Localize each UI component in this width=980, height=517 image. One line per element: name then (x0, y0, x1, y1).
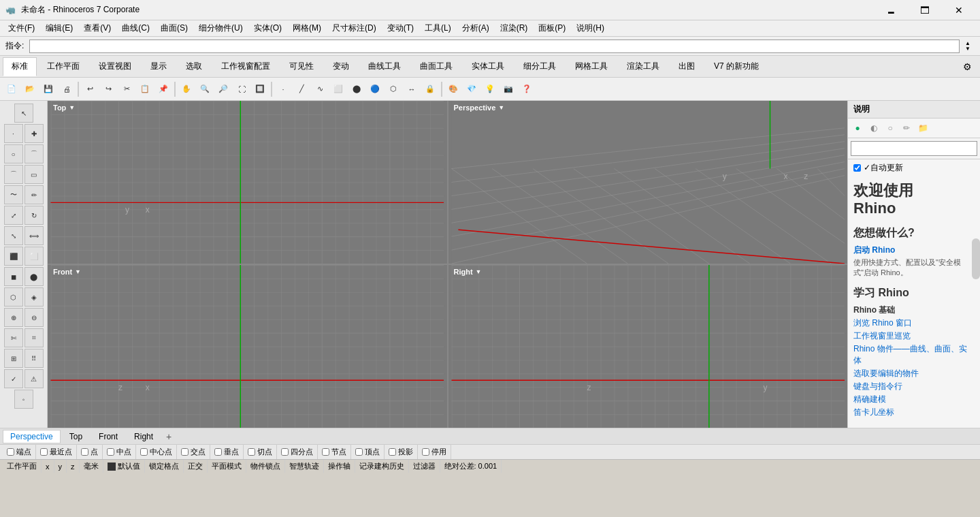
toolbar-cut[interactable]: ✂ (118, 80, 135, 98)
menu-item-H[interactable]: 说明(H) (571, 21, 610, 35)
snap-nearpoint-check[interactable] (40, 448, 48, 456)
trim-tool[interactable]: ✄ (4, 328, 23, 347)
menu-item-C[interactable]: 曲线(C) (116, 21, 155, 35)
snap-disable-check[interactable] (422, 448, 429, 456)
section2-link-5[interactable]: 键盘与指令行 (853, 381, 975, 392)
toolbar-zoom-out[interactable]: 🔎 (214, 80, 232, 98)
toolbar-paste[interactable]: 📌 (154, 80, 172, 98)
menu-item-V[interactable]: 查看(V) (78, 21, 116, 35)
tab-细分工具[interactable]: 细分工具 (514, 57, 565, 76)
viewport-perspective-dropdown[interactable]: ▼ (498, 104, 504, 111)
section2-link-6[interactable]: 精确建模 (853, 394, 975, 405)
point-tool[interactable]: · (4, 124, 23, 143)
viewport-tab-top[interactable]: Top (62, 430, 90, 443)
close-button[interactable]: ✕ (943, 0, 975, 20)
panel-search-input[interactable] (851, 141, 977, 156)
subd-tool[interactable]: ◈ (24, 287, 44, 307)
array-tool[interactable]: ⠿ (24, 349, 44, 368)
tab-变动[interactable]: 变动 (324, 57, 358, 76)
split-tool[interactable]: ⌗ (24, 328, 44, 347)
tab-渲染工具[interactable]: 渲染工具 (618, 57, 668, 76)
viewport-front-dropdown[interactable]: ▼ (75, 268, 81, 275)
snap-quad-check[interactable] (281, 448, 289, 456)
toolbar-open[interactable]: 📂 (21, 80, 39, 98)
tab-实体工具[interactable]: 实体工具 (463, 57, 513, 76)
menu-item-L[interactable]: 工具(L) (419, 21, 457, 35)
command-input[interactable] (29, 40, 960, 53)
viewport-top-dropdown[interactable]: ▼ (69, 104, 75, 111)
history[interactable]: 记录建构历史 (355, 460, 409, 473)
extrude-tool[interactable]: ⬛ (4, 247, 23, 266)
tab-设置视图[interactable]: 设置视图 (90, 57, 140, 76)
toolbar-copy[interactable]: 📋 (136, 80, 154, 98)
toolbar-zoom-sel[interactable]: 🔲 (251, 80, 269, 98)
section2-link-1[interactable]: 浏览 Rhino 窗口 (853, 317, 975, 329)
panel-icon-1[interactable]: ● (851, 121, 864, 135)
toolbar-cyl[interactable]: 🔵 (366, 80, 384, 98)
menu-item-S[interactable]: 曲面(S) (155, 21, 193, 35)
settings-icon[interactable]: ⚙ (958, 59, 977, 75)
viewport-tab-front[interactable]: Front (91, 430, 125, 443)
minimize-button[interactable]: 🗕 (875, 0, 906, 20)
toolbar-new[interactable]: 📄 (3, 80, 20, 98)
section2-link-2[interactable]: 工作视窗里巡览 (853, 330, 975, 342)
snap-knot-check[interactable] (322, 448, 329, 456)
move-tool[interactable]: ⤢ (4, 206, 23, 225)
toolbar-redo[interactable]: ↪ (99, 80, 117, 98)
menu-item-U[interactable]: 细分物件(U) (193, 21, 248, 35)
section1-link1[interactable]: 启动 Rhino (853, 245, 895, 255)
toolbar-snap[interactable]: 🔒 (421, 80, 439, 98)
scale-tool[interactable]: ⤡ (4, 226, 23, 245)
snap-endpoint-check[interactable] (7, 448, 14, 456)
tab-曲线工具[interactable]: 曲线工具 (359, 57, 410, 76)
toolbar-light[interactable]: 💡 (481, 80, 499, 98)
tab-可见性[interactable]: 可见性 (280, 57, 323, 76)
op-axis[interactable]: 操作轴 (324, 460, 355, 473)
panel-icon-3[interactable]: ○ (883, 121, 897, 135)
rectangle-tool[interactable]: ▭ (24, 165, 44, 184)
toolbar-dim[interactable]: ↔ (403, 80, 421, 98)
menu-item-T[interactable]: 变动(T) (382, 21, 419, 35)
panel-icon-4[interactable]: ✏ (900, 121, 913, 135)
menu-item-P[interactable]: 面板(P) (533, 21, 571, 35)
menu-item-F[interactable]: 文件(F) (3, 21, 40, 35)
maximize-button[interactable]: 🗖 (909, 0, 941, 20)
grid-tool[interactable]: ⊞ (4, 349, 23, 368)
curve-tool[interactable]: 〜 (4, 185, 23, 204)
command-scroll[interactable]: ▲ ▼ (961, 40, 975, 53)
toolbar-render[interactable]: 🎨 (444, 80, 462, 98)
filter[interactable]: 过滤器 (409, 460, 440, 473)
toolbar-line[interactable]: ╱ (293, 80, 310, 98)
panel-icon-2[interactable]: ◐ (867, 121, 881, 135)
toolbar-material[interactable]: 💎 (463, 80, 480, 98)
tab-曲面工具[interactable]: 曲面工具 (411, 57, 461, 76)
snap-grid[interactable]: 锁定格点 (145, 460, 184, 473)
viewport-front[interactable]: Front ▼ (48, 265, 447, 428)
loft-tool[interactable]: ⬜ (24, 247, 44, 266)
smart-track[interactable]: 智慧轨迹 (285, 460, 324, 473)
menu-item-A[interactable]: 分析(A) (457, 21, 495, 35)
toolbar-pan[interactable]: ✋ (178, 80, 195, 98)
rotate-tool[interactable]: ↻ (24, 206, 44, 225)
menu-item-R[interactable]: 渲染(R) (495, 21, 534, 35)
arc-tool[interactable]: ⌒ (24, 144, 44, 163)
tab-网格工具[interactable]: 网格工具 (566, 57, 617, 76)
tab-工作平面[interactable]: 工作平面 (38, 57, 88, 76)
viewport-right[interactable]: Right ▼ (448, 265, 848, 428)
menu-item-M[interactable]: 网格(M) (287, 21, 327, 35)
menu-item-E[interactable]: 编辑(E) (40, 21, 78, 35)
viewport-tab-right[interactable]: Right (127, 430, 161, 443)
toolbar-point[interactable]: · (274, 80, 292, 98)
toolbar-zoom-ext[interactable]: ⛶ (233, 80, 250, 98)
tab-选取[interactable]: 选取 (177, 57, 211, 76)
boolean-diff-tool[interactable]: ⊖ (24, 308, 44, 327)
menu-item-O[interactable]: 实体(O) (248, 21, 287, 35)
polyline-tool[interactable]: ⌒ (4, 165, 23, 184)
toolbar-zoom-in[interactable]: 🔍 (196, 80, 214, 98)
snap-intersect-check[interactable] (181, 448, 189, 456)
analyze-tool[interactable]: ⚠ (24, 369, 44, 388)
toolbar-help[interactable]: ❓ (518, 80, 536, 98)
section2-link-7[interactable]: 笛卡儿坐标 (853, 407, 975, 418)
check-tool[interactable]: ✓ (4, 369, 23, 388)
tab-出图[interactable]: 出图 (670, 57, 704, 76)
